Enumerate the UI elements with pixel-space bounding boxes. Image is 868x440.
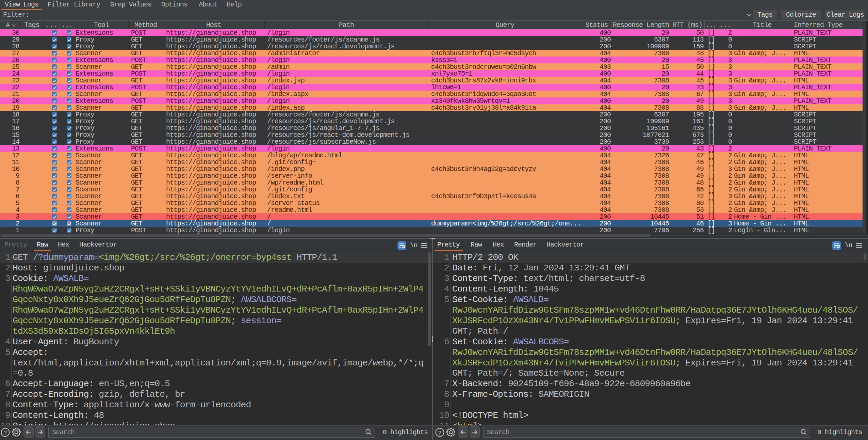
svg-text:?: ?: [3, 430, 7, 436]
svg-text:?: ?: [438, 430, 441, 436]
